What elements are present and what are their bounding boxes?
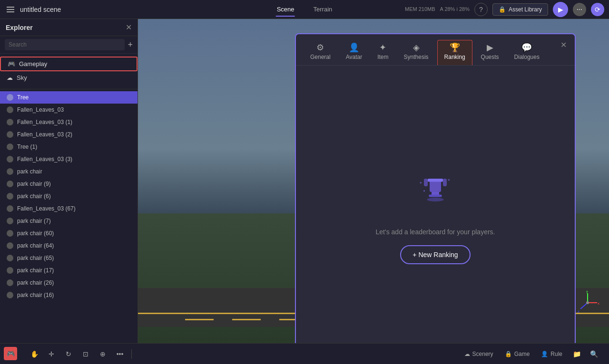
list-item[interactable]: Fallen_Leaves_03	[0, 104, 138, 116]
sidebar: Explorer ✕ + 🎮 Gameplay ☁ Sky Tree	[0, 19, 138, 343]
sidebar-divider	[0, 89, 138, 89]
transform-icon: ⊕	[100, 350, 106, 358]
list-item[interactable]: Fallen_Leaves_03 (2)	[0, 128, 138, 141]
dialogues-icon: 💬	[521, 43, 532, 52]
main-layout: Explorer ✕ + 🎮 Gameplay ☁ Sky Tree	[0, 19, 609, 343]
help-button[interactable]: ?	[474, 3, 488, 16]
item-icon	[7, 168, 13, 175]
transform-tool-button[interactable]: ⊕	[95, 346, 110, 362]
scale-tool-button[interactable]: ⊡	[78, 346, 93, 362]
scale-icon: ⊡	[83, 350, 88, 358]
tab-avatar[interactable]: 👤 Avatar	[339, 40, 369, 65]
item-icon	[7, 144, 13, 150]
folder-icon: 📁	[573, 350, 581, 358]
tab-dialogues[interactable]: 💬 Dialogues	[508, 40, 546, 65]
search-row: +	[0, 36, 138, 54]
tab-ranking[interactable]: 🏆 Ranking	[437, 40, 472, 65]
play-button[interactable]: ▶	[553, 2, 568, 17]
svg-text:x: x	[598, 301, 599, 306]
lock-icon: 🔒	[499, 6, 506, 13]
item-icon	[7, 279, 13, 286]
modal-close-button[interactable]: ✕	[558, 39, 569, 50]
list-item[interactable]: park chair (64)	[0, 239, 138, 252]
folder-button[interactable]: 📁	[569, 346, 584, 362]
sidebar-group-sky[interactable]: ☁ Sky	[0, 71, 138, 84]
list-item[interactable]: park chair (7)	[0, 215, 138, 227]
tab-terrain[interactable]: Terrain	[304, 2, 342, 17]
ranking-icon: 🏆	[450, 43, 460, 52]
sidebar-groups: 🎮 Gameplay ☁ Sky	[0, 54, 138, 87]
sidebar-header: Explorer ✕	[0, 19, 138, 36]
rule-mode-button[interactable]: 👤 Rule	[536, 348, 567, 360]
list-item[interactable]: park chair (65)	[0, 252, 138, 264]
item-icon	[7, 267, 13, 274]
gamepad-icon: 🎮	[8, 60, 15, 67]
current-item-badge[interactable]: 🎮	[4, 347, 17, 360]
svg-rect-4	[428, 179, 443, 182]
tab-synthesis[interactable]: ◈ Synthesis	[397, 40, 435, 65]
list-item[interactable]: park chair (26)	[0, 277, 138, 289]
sidebar-group-gameplay-label: Gameplay	[19, 60, 47, 67]
svg-rect-7	[432, 192, 439, 195]
move-tool-button[interactable]: ✛	[44, 346, 59, 362]
move-icon: ✛	[49, 350, 54, 358]
axes-indicator: x y z	[576, 291, 599, 315]
sidebar-close-button[interactable]: ✕	[126, 23, 132, 32]
current-item-icon: 🎮	[7, 350, 15, 357]
new-ranking-button[interactable]: + New Ranking	[400, 245, 470, 264]
item-icon	[7, 218, 13, 224]
list-item[interactable]: Fallen_Leaves_03 (67)	[0, 202, 138, 215]
more-tools-button[interactable]: •••	[112, 346, 128, 362]
tab-general[interactable]: ⚙ General	[304, 40, 337, 65]
viewport[interactable]: ⚙ General 👤 Avatar ✦ Item ◈ Synthesis 🏆	[138, 19, 609, 343]
add-item-button[interactable]: +	[128, 40, 133, 49]
tab-item[interactable]: ✦ Item	[371, 40, 395, 65]
list-item[interactable]: park chair	[0, 165, 138, 178]
item-icon: ✦	[379, 43, 386, 52]
item-icon	[7, 181, 13, 187]
person-mode-icon: 👤	[541, 351, 548, 357]
svg-rect-8	[429, 195, 442, 197]
tab-scene[interactable]: Scene	[267, 2, 304, 17]
item-icon	[7, 193, 13, 200]
hand-tool-button[interactable]: ✋	[27, 346, 42, 362]
asset-library-button[interactable]: 🔒 Asset Library	[492, 3, 548, 16]
item-icon	[7, 106, 13, 113]
more-button[interactable]: ⋯	[573, 3, 586, 16]
search-scene-button[interactable]: 🔍	[586, 346, 601, 362]
sidebar-title: Explorer	[6, 24, 33, 31]
list-item[interactable]: park chair (17)	[0, 264, 138, 277]
sidebar-group-gameplay[interactable]: 🎮 Gameplay	[0, 57, 138, 71]
list-item[interactable]: park chair (9)	[0, 178, 138, 190]
scenery-mode-button[interactable]: ☁ Scenery	[460, 348, 498, 360]
svg-text:y: y	[586, 291, 588, 293]
list-item[interactable]: Fallen_Leaves_03 (1)	[0, 116, 138, 128]
list-item[interactable]: park chair (60)	[0, 227, 138, 239]
rotate-tool-button[interactable]: ↻	[61, 346, 76, 362]
sidebar-item-tree[interactable]: Tree	[0, 91, 138, 104]
avatar[interactable]: ⟳	[591, 3, 604, 16]
modal-tabs: ⚙ General 👤 Avatar ✦ Item ◈ Synthesis 🏆	[296, 34, 575, 66]
bottom-toolbar: 🎮 ✋ ✛ ↻ ⊡ ⊕ ••• ☁ Scenery 🔒 Game 👤 Rule …	[0, 343, 609, 364]
list-item[interactable]: park chair (6)	[0, 190, 138, 202]
rotate-icon: ↻	[66, 350, 71, 358]
menu-icon[interactable]	[5, 5, 16, 14]
topbar: untitled scene Scene Terrain MEM 210MB A…	[0, 0, 609, 19]
ranking-modal: ⚙ General 👤 Avatar ✦ Item ◈ Synthesis 🏆	[295, 33, 576, 343]
topbar-center: Scene Terrain	[267, 2, 342, 17]
game-mode-button[interactable]: 🔒 Game	[500, 348, 535, 360]
list-item[interactable]: Fallen_Leaves_03 (3)	[0, 153, 138, 165]
search-input[interactable]	[5, 39, 125, 50]
general-icon: ⚙	[316, 43, 324, 52]
cloud-mode-icon: ☁	[464, 351, 470, 357]
toolbar-separator	[131, 349, 132, 359]
item-icon	[7, 156, 13, 163]
item-icon	[7, 292, 13, 298]
item-icon	[7, 255, 13, 261]
cloud-icon: ☁	[7, 74, 13, 81]
tab-quests[interactable]: ▶ Quests	[474, 40, 506, 65]
quests-icon: ▶	[487, 43, 493, 52]
item-icon	[7, 131, 13, 138]
list-item[interactable]: Tree (1)	[0, 141, 138, 153]
list-item[interactable]: park chair (16)	[0, 289, 138, 301]
